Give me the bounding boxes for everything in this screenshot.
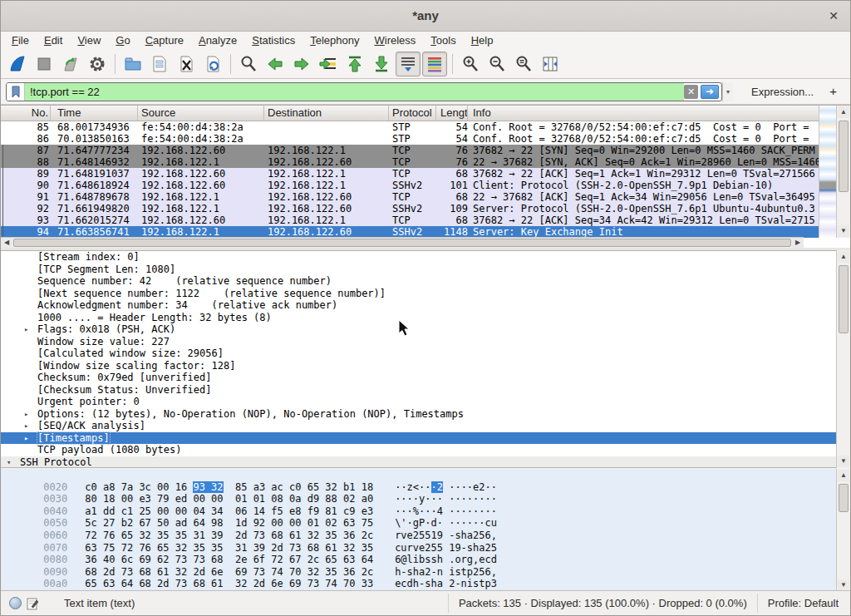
menu-item[interactable]: Go <box>108 32 137 48</box>
packet-row[interactable]: 85 68.001734936 fe:54:00:d4:38:2a STP 54… <box>1 121 850 133</box>
expander-icon[interactable]: ▸ <box>24 420 37 432</box>
scrollbar-thumb[interactable] <box>839 121 849 192</box>
packet-row[interactable]: 90 71.648618924 192.168.122.60 192.168.1… <box>1 180 850 191</box>
detail-line[interactable]: ▸ [SEQ/ACK analysis] <box>1 420 850 432</box>
start-capture-button[interactable] <box>5 52 30 76</box>
packet-list-hscrollbar[interactable]: ◀ ▶ <box>1 237 804 248</box>
column-header[interactable]: Length <box>436 106 468 121</box>
detail-line[interactable]: Checksum: 0x79ed [unverified] <box>1 372 850 384</box>
display-filter-input[interactable] <box>25 83 684 101</box>
open-file-button[interactable] <box>121 52 145 76</box>
reload-file-button[interactable] <box>200 52 225 76</box>
detail-line[interactable]: [Stream index: 0] <box>1 251 850 264</box>
scrollbar-thumb[interactable] <box>839 484 849 512</box>
column-header[interactable]: Protocol <box>389 106 436 121</box>
go-to-top-button[interactable] <box>342 52 367 76</box>
expander-icon[interactable]: ▸ <box>24 408 37 421</box>
zoom-original-button[interactable] <box>511 52 536 76</box>
packet-row[interactable]: 93 71.662015274 192.168.122.60 192.168.1… <box>1 214 850 226</box>
packet-list-vscrollbar[interactable]: ▲ ▼ <box>836 106 850 238</box>
expander-icon[interactable]: ▸ <box>24 323 37 336</box>
detail-line[interactable]: Acknowledgment number: 34 (relative ack … <box>1 299 850 312</box>
filter-history-dropdown[interactable]: ▾ <box>722 82 733 101</box>
packet-row[interactable]: 91 71.648789678 192.168.122.1 192.168.12… <box>1 191 850 203</box>
menu-item[interactable]: Statistics <box>244 32 303 48</box>
scroll-down-arrow[interactable]: ▼ <box>838 579 849 591</box>
detail-line[interactable]: [Calculated window size: 29056] <box>1 347 850 360</box>
menu-item[interactable]: Capture <box>138 32 191 48</box>
scroll-up-arrow[interactable]: ▲ <box>838 470 849 481</box>
close-window-button[interactable]: ✕ <box>825 7 842 24</box>
scroll-right-arrow[interactable]: ▶ <box>792 238 804 248</box>
restart-capture-button[interactable] <box>58 52 83 76</box>
filter-bookmark-button[interactable] <box>7 83 25 101</box>
detail-line[interactable]: [Checksum Status: Unverified] <box>1 384 850 397</box>
resize-columns-button[interactable] <box>538 52 563 76</box>
scrollbar-thumb[interactable] <box>839 265 849 333</box>
scroll-left-arrow[interactable]: ◀ <box>1 238 12 248</box>
zoom-in-button[interactable] <box>458 52 483 76</box>
packet-row[interactable]: 92 71.661949820 192.168.122.1 192.168.12… <box>1 203 850 214</box>
detail-line[interactable]: 1000 .... = Header Length: 32 bytes (8) <box>1 312 850 324</box>
capture-comment-icon[interactable] <box>27 597 39 610</box>
go-to-packet-button[interactable] <box>316 52 341 76</box>
column-header[interactable]: Info <box>468 106 850 121</box>
detail-line[interactable]: ▸ [Timestamps] <box>1 432 850 445</box>
detail-line[interactable]: [Window size scaling factor: 128] <box>1 360 850 372</box>
detail-line[interactable]: [TCP Segment Len: 1080] <box>1 264 850 276</box>
find-packet-button[interactable] <box>236 52 261 76</box>
packet-row[interactable]: 94 71.663856741 192.168.122.1 192.168.12… <box>1 226 850 238</box>
capture-options-button[interactable] <box>85 52 110 76</box>
status-profile[interactable]: Profile: Default <box>757 594 850 613</box>
details-vscrollbar[interactable]: ▲ ▼ <box>836 250 850 468</box>
hex-vscrollbar[interactable]: ▲ ▼ <box>836 469 850 592</box>
menu-item[interactable]: File <box>4 32 37 48</box>
save-file-button[interactable] <box>147 52 172 76</box>
packet-row[interactable]: 87 71.647777234 192.168.122.60 192.168.1… <box>1 145 850 156</box>
menu-item[interactable]: Analyze <box>191 32 244 48</box>
scroll-down-arrow[interactable]: ▼ <box>838 456 849 467</box>
add-filter-button[interactable]: + <box>821 82 845 101</box>
intelligent-scrollbar-minimap[interactable] <box>819 106 836 238</box>
detail-line[interactable]: ▸ Options: (12 bytes), No-Operation (NOP… <box>1 408 850 421</box>
packet-row[interactable]: 86 70.013850163 fe:54:00:d4:38:2a STP 54… <box>1 133 850 145</box>
detail-line[interactable]: Window size value: 227 <box>1 336 850 348</box>
menu-item[interactable]: Edit <box>37 32 70 48</box>
column-header[interactable]: Source <box>138 106 264 121</box>
colorize-toggle[interactable] <box>422 52 447 76</box>
detail-line[interactable]: [Next sequence number: 1122 (relative se… <box>1 288 850 300</box>
detail-line[interactable]: ▸ Flags: 0x018 (PSH, ACK) <box>1 323 850 336</box>
menu-item[interactable]: Wireless <box>367 32 424 48</box>
scroll-up-arrow[interactable]: ▲ <box>838 251 849 263</box>
menu-item[interactable]: Help <box>464 32 501 48</box>
menu-item[interactable]: Telephony <box>303 32 366 48</box>
expander-icon[interactable]: ▾ <box>7 456 20 469</box>
hex-row[interactable]: 0020c0 a8 7a 3c 00 16 93 32 85 a3 ac c0 … <box>1 469 850 481</box>
stop-capture-button[interactable] <box>32 52 57 76</box>
auto-scroll-toggle[interactable] <box>396 52 421 76</box>
scrollbar-thumb[interactable] <box>13 239 791 247</box>
close-file-button[interactable] <box>174 52 199 76</box>
detail-line[interactable]: Sequence number: 42 (relative sequence n… <box>1 275 850 288</box>
column-header[interactable]: Destination <box>264 106 389 121</box>
go-forward-button[interactable] <box>289 52 314 76</box>
column-header[interactable]: Time <box>51 106 138 121</box>
go-to-bottom-button[interactable] <box>369 52 394 76</box>
expander-icon[interactable]: ▸ <box>24 432 37 445</box>
menu-item[interactable]: Tools <box>423 32 463 48</box>
packet-row[interactable]: 88 71.648146932 192.168.122.1 192.168.12… <box>1 156 850 168</box>
go-back-button[interactable] <box>263 52 288 76</box>
menu-item[interactable]: View <box>70 32 108 48</box>
detail-line[interactable]: ▾ SSH Protocol <box>1 456 850 469</box>
filter-apply-button[interactable]: ➜ <box>701 85 719 99</box>
detail-line[interactable]: TCP payload (1080 bytes) <box>1 444 850 456</box>
scroll-down-arrow[interactable]: ▼ <box>838 225 849 237</box>
expert-info-icon[interactable] <box>9 597 22 609</box>
filter-clear-button[interactable]: ✕ <box>684 85 698 99</box>
zoom-out-button[interactable] <box>485 52 509 76</box>
detail-line[interactable]: Urgent pointer: 0 <box>1 396 850 408</box>
scroll-up-arrow[interactable]: ▲ <box>838 106 849 118</box>
column-header[interactable]: No. <box>1 106 51 121</box>
expression-button[interactable]: Expression... <box>745 83 820 101</box>
packet-row[interactable]: 89 71.648191037 192.168.122.60 192.168.1… <box>1 168 850 180</box>
